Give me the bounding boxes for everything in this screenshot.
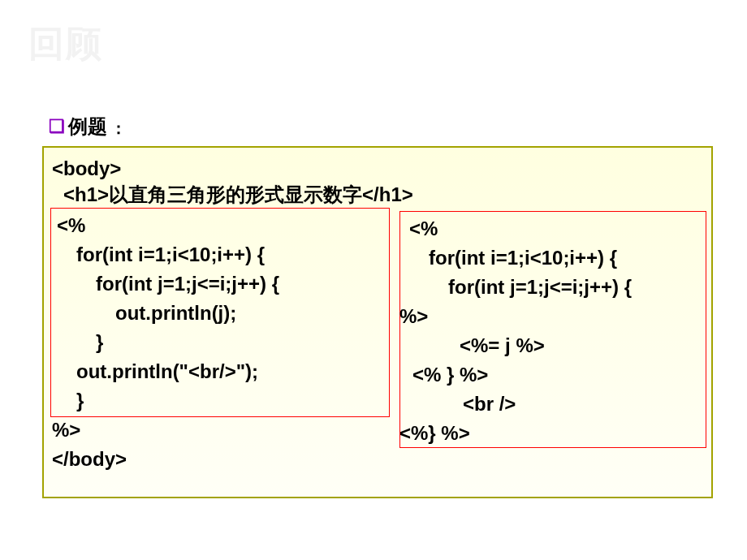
example-heading: ❑例题：: [49, 114, 127, 140]
code-line: <h1>以直角三角形的形式显示数字</h1>: [63, 182, 413, 208]
code-line: <%} %>: [399, 420, 470, 446]
code-line: <body>: [52, 156, 121, 182]
bullet-icon: ❑: [49, 116, 65, 136]
code-line: for(int i=1;i<10;i++) {: [429, 245, 617, 271]
code-line: <% } %>: [412, 362, 488, 388]
code-line: %>: [52, 417, 80, 443]
code-line: <%= j %>: [460, 333, 545, 359]
code-line: <%: [409, 216, 438, 242]
heading-text: 例题: [68, 115, 107, 137]
highlight-box-left: [50, 208, 390, 417]
code-line: <br />: [463, 391, 516, 417]
code-line: </body>: [52, 446, 127, 472]
heading-colon: ：: [110, 119, 127, 137]
code-line: for(int j=1;j<=i;j++) {: [448, 274, 632, 300]
slide-title: 回顾: [28, 20, 103, 68]
code-example-box: <body> <h1>以直角三角形的形式显示数字</h1> <% for(int…: [42, 146, 713, 498]
code-line: %>: [399, 304, 428, 330]
